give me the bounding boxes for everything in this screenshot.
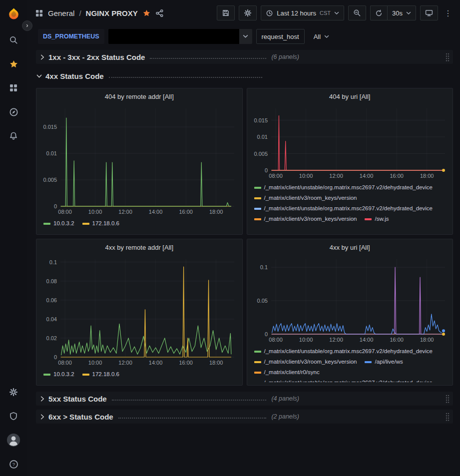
row-5xx[interactable]: 5xx Status Code (4 panels) — [36, 392, 453, 406]
breadcrumb-separator: / — [79, 9, 81, 17]
zoom-out-button[interactable] — [348, 5, 366, 20]
legend-item[interactable]: /_matrix/client/unstable/org.matrix.msc2… — [254, 346, 433, 357]
variable-label-datasource[interactable]: DS_PROMETHEUS — [38, 29, 104, 44]
refresh-button[interactable] — [370, 5, 387, 20]
monitor-icon — [425, 9, 433, 17]
panel-legend: 10.0.3.2172.18.0.6 — [39, 367, 239, 382]
tv-mode-button[interactable] — [420, 5, 438, 20]
svg-text:08:00: 08:00 — [58, 360, 72, 366]
svg-text:10:00: 10:00 — [299, 173, 313, 179]
svg-text:18:00: 18:00 — [420, 173, 434, 179]
variable-value-request-host[interactable]: All — [309, 29, 334, 44]
legend-item[interactable]: /api/live/ws — [365, 357, 403, 367]
legend-item[interactable]: /_matrix/client/v3/room_keys/version — [254, 193, 357, 203]
legend-item[interactable]: /_matrix/client/unstable/org.matrix.msc2… — [254, 203, 433, 214]
breadcrumb-section[interactable]: General — [48, 9, 74, 17]
svg-text:08:00: 08:00 — [269, 173, 283, 179]
favorite-star-icon[interactable] — [142, 9, 151, 17]
panels-count: (4 panels) — [271, 395, 299, 402]
zoom-out-icon — [353, 9, 361, 17]
svg-text:16:00: 16:00 — [390, 337, 404, 343]
svg-text:18:00: 18:00 — [420, 337, 434, 343]
timeseries-chart[interactable]: 08:0010:0012:0014:0016:0018:0000.020.040… — [39, 255, 239, 367]
row-drag-handle[interactable] — [445, 52, 450, 61]
variable-value-datasource[interactable] — [108, 29, 252, 44]
row-1xx-3xx-2xx[interactable]: 1xx - 3xx - 2xx Status Code (6 panels) — [36, 50, 453, 64]
row-drag-handle[interactable] — [445, 412, 450, 421]
save-dashboard-button[interactable] — [217, 5, 235, 20]
legend-swatch — [82, 223, 89, 225]
svg-text:12:00: 12:00 — [329, 173, 343, 179]
legend-item[interactable]: /_matrix/client/unstable/org.matrix.msc2… — [254, 378, 433, 382]
starred-nav-button[interactable] — [0, 52, 27, 76]
help-nav-button[interactable]: ? — [0, 452, 27, 476]
legend-swatch — [254, 361, 261, 363]
timeseries-chart[interactable]: 08:0010:0012:0014:0016:0018:0000.0050.01… — [250, 104, 450, 180]
dashboards-nav-button[interactable] — [0, 76, 27, 100]
panel-title[interactable]: 404 by remote addr [All] — [39, 91, 239, 104]
explore-nav-button[interactable] — [0, 100, 27, 124]
legend-item[interactable]: 10.0.3.2 — [43, 369, 74, 380]
svg-text:0: 0 — [54, 203, 57, 209]
server-admin-nav-button[interactable] — [0, 404, 27, 428]
refresh-interval-dropdown[interactable]: 30s — [387, 5, 416, 20]
dashboard-title[interactable]: NGINX PROXY — [86, 9, 138, 17]
panel-title[interactable]: 4xx by uri [All] — [250, 242, 450, 255]
star-icon — [9, 59, 18, 69]
variables-toolbar: DS_PROMETHEUS request_host All — [27, 26, 460, 49]
legend-item[interactable]: 172.18.0.6 — [82, 369, 119, 380]
legend-item[interactable]: /_matrix/client/v3/room_keys/version — [254, 357, 357, 367]
svg-text:18:00: 18:00 — [209, 360, 223, 366]
panel-title[interactable]: 4xx by remote addr [All] — [39, 242, 239, 255]
chevron-down-icon — [324, 35, 329, 38]
time-range-label: Last 12 hours — [277, 9, 316, 17]
svg-text:?: ? — [12, 462, 14, 467]
variable-label-request-host[interactable]: request_host — [256, 29, 305, 44]
legend-item[interactable]: /_matrix/client/unstable/org.matrix.msc2… — [254, 182, 433, 193]
configuration-nav-button[interactable] — [0, 380, 27, 404]
dashboard-settings-button[interactable] — [239, 5, 257, 20]
legend-item[interactable]: 10.0.3.2 — [43, 218, 74, 229]
timeseries-chart[interactable]: 08:0010:0012:0014:0016:0018:0000.050.1 — [250, 255, 450, 344]
panel-legend: 10.0.3.2172.18.0.6 — [39, 216, 239, 231]
gear-icon — [9, 388, 18, 397]
timeseries-chart[interactable]: 08:0010:0012:0014:0016:0018:0000.0050.01… — [39, 104, 239, 216]
kebab-menu-button[interactable]: ⋮ — [442, 5, 454, 20]
row-4xx[interactable]: 4xx Status Code — [36, 69, 453, 83]
top-navbar: General / NGINX PROXY — [27, 0, 460, 26]
row-title: 1xx - 3xx - 2xx Status Code — [48, 53, 145, 61]
panel-legend: /_matrix/client/unstable/org.matrix.msc2… — [250, 344, 450, 382]
panel-title[interactable]: 404 by uri [All] — [250, 91, 450, 104]
sidebar-expand-chevron[interactable]: › — [22, 20, 32, 31]
legend-label: /_matrix/client/unstable/org.matrix.msc2… — [264, 346, 433, 357]
legend-item[interactable]: /_matrix/client/r0/sync — [254, 367, 320, 378]
svg-text:12:00: 12:00 — [329, 337, 343, 343]
svg-text:0.02: 0.02 — [46, 335, 57, 341]
dotted-leader — [112, 400, 267, 401]
svg-text:10:00: 10:00 — [299, 337, 313, 343]
legend-swatch — [254, 187, 261, 189]
svg-text:10:00: 10:00 — [88, 360, 102, 366]
search-nav-button[interactable] — [0, 28, 27, 52]
time-range-picker[interactable]: Last 12 hours CST — [261, 5, 344, 20]
legend-row: /_matrix/client/unstable/org.matrix.msc2… — [254, 182, 447, 193]
legend-swatch — [82, 374, 89, 376]
drag-dots-icon — [445, 52, 450, 61]
alerting-nav-button[interactable] — [0, 124, 27, 148]
share-icon[interactable] — [155, 9, 164, 17]
legend-item[interactable]: /sw.js — [365, 214, 389, 224]
svg-text:0: 0 — [264, 167, 267, 173]
row-drag-handle[interactable] — [445, 394, 450, 403]
legend-row: 10.0.3.2172.18.0.6 — [43, 369, 236, 380]
legend-item[interactable]: 172.18.0.6 — [82, 218, 119, 229]
svg-text:18:00: 18:00 — [209, 209, 223, 215]
svg-text:12:00: 12:00 — [118, 209, 132, 215]
clock-icon — [266, 9, 273, 17]
legend-item[interactable]: /_matrix/client/v3/room_keys/version — [254, 214, 357, 224]
svg-text:16:00: 16:00 — [390, 173, 404, 179]
row-6xx[interactable]: 6xx > Status Code (2 panels) — [36, 410, 453, 424]
profile-nav-button[interactable] — [0, 428, 27, 452]
svg-text:14:00: 14:00 — [149, 209, 163, 215]
legend-swatch — [43, 374, 50, 376]
legend-swatch — [365, 218, 372, 220]
